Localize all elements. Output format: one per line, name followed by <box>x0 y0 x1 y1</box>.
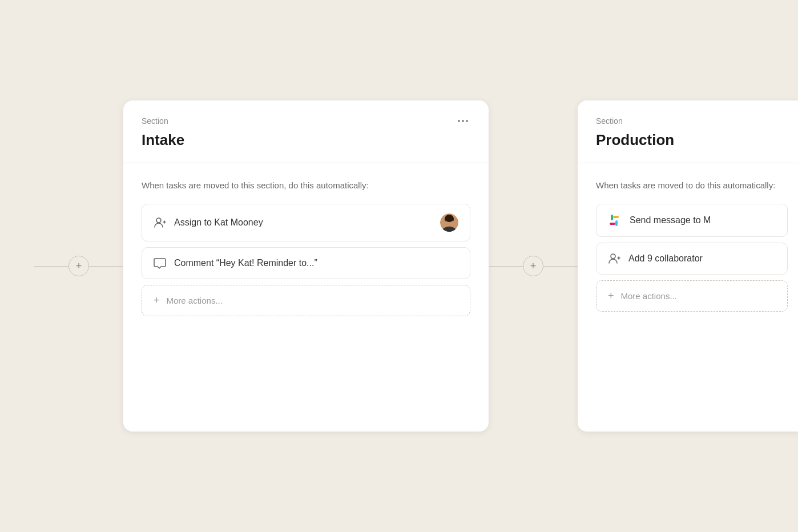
production-collaborators-action[interactable]: Add 9 collaborator <box>596 243 788 275</box>
intake-action-items: Assign to Kat Mooney <box>142 204 470 316</box>
left-line <box>34 266 68 267</box>
person-add-icon <box>154 216 166 229</box>
production-slack-action[interactable]: Send message to M <box>596 204 788 237</box>
intake-comment-action[interactable]: Comment “Hey Kat! Reminder to...” <box>142 247 470 279</box>
collaborators-icon <box>608 252 620 265</box>
intake-assign-action[interactable]: Assign to Kat Mooney <box>142 204 470 241</box>
intake-description: When tasks are moved to this section, do… <box>142 179 470 192</box>
left-add-container: + <box>34 256 123 276</box>
production-slack-text: Send message to M <box>630 215 776 225</box>
right-add-container: + <box>489 256 578 276</box>
svg-rect-9 <box>611 215 613 220</box>
intake-header-top: Section <box>142 116 470 126</box>
production-card-header: Section Production <box>578 100 798 163</box>
canvas: + Section Intake When tasks are moved to… <box>34 100 764 432</box>
production-header-top: Section <box>596 116 788 126</box>
production-card-body: When tasks are moved to do this automati… <box>578 163 798 328</box>
plus-icon: + <box>154 295 160 307</box>
intake-more-actions[interactable]: + More actions... <box>142 285 470 316</box>
svg-point-6 <box>445 215 454 222</box>
right-line-right <box>543 266 578 267</box>
left-add-button[interactable]: + <box>68 256 89 276</box>
production-section-label: Section <box>596 116 623 126</box>
production-plus-icon: + <box>608 290 614 302</box>
comment-icon <box>154 257 166 269</box>
svg-rect-12 <box>615 220 618 226</box>
slack-icon <box>608 213 622 227</box>
production-card-title: Production <box>596 131 788 149</box>
production-collaborators-text: Add 9 collaborator <box>628 253 776 264</box>
production-more-actions-label: More actions... <box>621 291 677 301</box>
menu-dot-1 <box>458 120 460 122</box>
intake-card-body: When tasks are moved to this section, do… <box>123 163 489 332</box>
svg-rect-11 <box>610 223 615 225</box>
svg-rect-10 <box>613 216 619 218</box>
intake-card: Section Intake When tasks are moved to t… <box>123 100 489 432</box>
intake-card-title: Intake <box>142 131 470 149</box>
production-card: Section Production When tasks are moved … <box>578 100 798 432</box>
intake-menu-dots[interactable] <box>456 118 470 124</box>
svg-point-13 <box>611 254 615 259</box>
kat-mooney-avatar <box>440 213 458 232</box>
intake-section-label: Section <box>142 116 168 126</box>
right-add-button[interactable]: + <box>523 256 543 276</box>
intake-assign-text: Assign to Kat Mooney <box>174 217 432 228</box>
menu-dot-2 <box>462 120 464 122</box>
left-line-right <box>89 266 123 267</box>
production-more-actions[interactable]: + More actions... <box>596 280 788 312</box>
menu-dot-3 <box>466 120 468 122</box>
production-description: When tasks are moved to do this automati… <box>596 179 788 192</box>
production-action-items: Send message to M Add 9 collaborator <box>596 204 788 312</box>
intake-card-header: Section Intake <box>123 100 489 163</box>
right-line-left <box>489 266 523 267</box>
intake-more-actions-label: More actions... <box>167 296 223 305</box>
intake-comment-text: Comment “Hey Kat! Reminder to...” <box>174 258 458 268</box>
svg-point-0 <box>156 218 161 223</box>
